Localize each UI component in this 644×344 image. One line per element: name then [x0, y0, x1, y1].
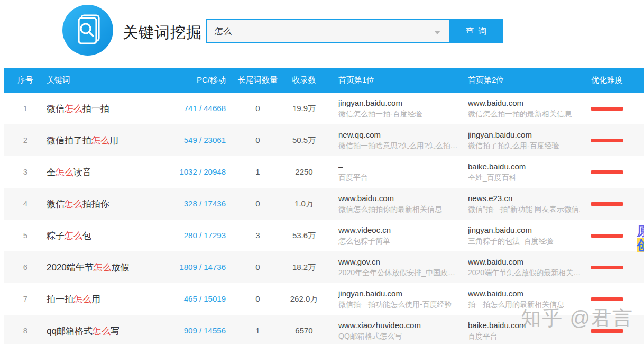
indexed-count: 18.2万	[292, 262, 316, 271]
row-index: 7	[23, 294, 27, 303]
second-position-cell: www.baidu.com 微信怎么拍一拍的最新相关信息	[464, 97, 580, 120]
col-header-pc-mobile: PC/移动	[177, 75, 230, 85]
row-index: 2	[23, 135, 27, 144]
first-position-title: 微信怎么拍拍你的最新相关信息	[338, 204, 464, 215]
keyword-cell[interactable]: 粽子怎么包	[47, 230, 177, 242]
first-position-title: 微信拍一拍功能怎么使用-百度经验	[338, 299, 464, 310]
keyword-cell[interactable]: 微信怎么拍一拍	[47, 103, 177, 115]
keyword-cell[interactable]: qq邮箱格式怎么写	[47, 325, 177, 337]
longtail-count: 0	[255, 294, 260, 303]
book-magnifier-icon	[62, 5, 113, 56]
second-position-title: 微信怎么拍一拍的最新相关信息	[468, 108, 580, 120]
indexed-count: 50.5万	[292, 135, 316, 144]
difficulty-bar	[591, 329, 623, 333]
second-position-domain: news.e23.cn	[468, 193, 580, 204]
table-row: 8 qq邮箱格式怎么写 909 / 14556 1 6570 www.xiaoz…	[4, 315, 644, 344]
keyword-cell[interactable]: 拍一拍怎么用	[47, 293, 177, 305]
pc-mobile-link[interactable]: 328 / 17436	[184, 199, 226, 208]
first-position-cell: www.baidu.com 微信怎么拍拍你的最新相关信息	[323, 193, 464, 215]
difficulty-bar	[591, 139, 623, 142]
keyword-cell[interactable]: 微信怎么拍拍你	[47, 198, 177, 210]
second-position-title: 百度平台	[468, 331, 580, 342]
second-position-cell: baike.baidu.com 百度平台	[464, 320, 580, 342]
keyword-post: 用	[109, 135, 118, 146]
page-header: 关键词挖掘 怎么 查 询	[0, 0, 644, 68]
keyword-cell[interactable]: 2020端午节怎么放假	[47, 261, 177, 274]
table-row: 1 微信怎么拍一拍 741 / 44668 0 19.9万 jingyan.ba…	[4, 93, 644, 124]
table-row: 7 拍一拍怎么用 465 / 15019 0 262.0万 jingyan.ba…	[4, 283, 644, 315]
keyword-highlight: 怎么	[65, 231, 82, 241]
difficulty-bar	[591, 170, 623, 174]
first-position-domain: www.xiaozhuvideo.com	[338, 320, 464, 331]
first-position-title: 百度平台	[338, 172, 464, 183]
table-row: 3 仝怎么读音 1032 / 20948 1 2250 – 百度平台 baike…	[4, 156, 644, 188]
indexed-count: 53.6万	[292, 231, 316, 240]
second-position-domain: www.baidu.com	[468, 256, 580, 267]
keyword-cell[interactable]: 微信拍了拍怎么用	[47, 134, 177, 147]
keyword-post: 读音	[73, 167, 91, 177]
indexed-count: 2250	[295, 167, 312, 176]
keyword-pre: 粽子	[47, 231, 65, 241]
keyword-post: 用	[91, 294, 100, 304]
first-position-title: 微信怎么拍一拍-百度经验	[338, 108, 464, 120]
second-position-title: 拍一拍怎么用的最新相关信息	[468, 299, 580, 310]
second-position-domain: baike.baidu.com	[468, 320, 580, 331]
keyword-highlight: 怎么	[94, 262, 112, 273]
indexed-count: 262.0万	[290, 294, 318, 303]
search-button[interactable]: 查 询	[450, 19, 503, 43]
pc-mobile-link[interactable]: 280 / 17293	[184, 231, 226, 240]
first-position-cell: – 百度平台	[323, 161, 464, 183]
col-header-indexed: 收录数	[286, 75, 323, 85]
keyword-pre: 微信	[47, 199, 65, 209]
pc-mobile-link[interactable]: 1032 / 20948	[179, 167, 226, 176]
col-header-longtail: 长尾词数量	[230, 75, 286, 85]
difficulty-bar	[591, 234, 623, 238]
difficulty-bar	[591, 297, 623, 301]
first-position-title: 怎么包粽子简单	[338, 236, 464, 247]
longtail-count: 0	[255, 199, 260, 208]
keyword-highlight: 怎么	[65, 104, 82, 114]
table-row: 6 2020端午节怎么放假 1809 / 14736 0 18.2万 www.g…	[4, 251, 644, 283]
row-index: 4	[23, 199, 27, 208]
first-position-domain: new.qq.com	[338, 129, 464, 140]
second-position-cell: www.baidu.com 拍一拍怎么用的最新相关信息	[464, 288, 580, 310]
second-position-domain: jingyan.baidu.com	[468, 129, 580, 140]
indexed-count: 6570	[295, 326, 312, 335]
col-header-index: 序号	[4, 75, 47, 85]
longtail-count: 1	[255, 326, 260, 335]
keyword-cell[interactable]: 仝怎么读音	[47, 166, 177, 178]
keyword-post: 写	[111, 326, 119, 336]
first-position-cell: www.xiaozhuvideo.com QQ邮箱格式怎么写	[323, 320, 464, 342]
longtail-count: 0	[255, 104, 260, 113]
first-position-title: 2020年全年公休放假安排_中国政…	[338, 267, 464, 278]
keyword-highlight: 怎么	[93, 326, 111, 336]
second-position-cell: www.baidu.com 2020端午节怎么放假的最新相关…	[464, 256, 580, 278]
col-header-keyword: 关键词	[47, 75, 177, 85]
search-input[interactable]: 怎么	[206, 19, 450, 43]
chevron-down-icon[interactable]	[434, 31, 440, 34]
keyword-pre: 微信	[47, 104, 65, 114]
pc-mobile-link[interactable]: 741 / 44668	[184, 104, 226, 113]
sticker-icon: 原 创	[637, 224, 644, 256]
pc-mobile-link[interactable]: 909 / 14556	[184, 326, 226, 335]
keyword-post: 拍一拍	[82, 104, 109, 114]
first-position-domain: –	[338, 161, 464, 172]
row-index: 3	[23, 167, 27, 176]
first-position-domain: www.videoc.cn	[338, 224, 464, 236]
keyword-post: 拍拍你	[82, 199, 109, 209]
first-position-domain: www.baidu.com	[338, 193, 464, 204]
second-position-title: 仝姓_百度百科	[468, 172, 580, 183]
keyword-post: 包	[82, 231, 91, 241]
table-row: 2 微信拍了拍怎么用 549 / 23061 0 50.5万 new.qq.co…	[4, 124, 644, 156]
row-index: 6	[23, 262, 27, 271]
first-position-domain: jingyan.baidu.com	[338, 288, 464, 299]
pc-mobile-link[interactable]: 1809 / 14736	[179, 262, 226, 271]
second-position-title: 微信拍了拍怎么用-百度经验	[468, 140, 580, 151]
pc-mobile-link[interactable]: 549 / 23061	[184, 135, 226, 144]
col-header-first-pos: 首页第1位	[323, 75, 464, 85]
table-body: 1 微信怎么拍一拍 741 / 44668 0 19.9万 jingyan.ba…	[4, 93, 644, 344]
keyword-highlight: 怎么	[56, 167, 73, 177]
keyword-post: 放假	[112, 262, 130, 273]
pc-mobile-link[interactable]: 465 / 15019	[184, 294, 226, 303]
keyword-pre: 微信拍了拍	[47, 135, 91, 146]
